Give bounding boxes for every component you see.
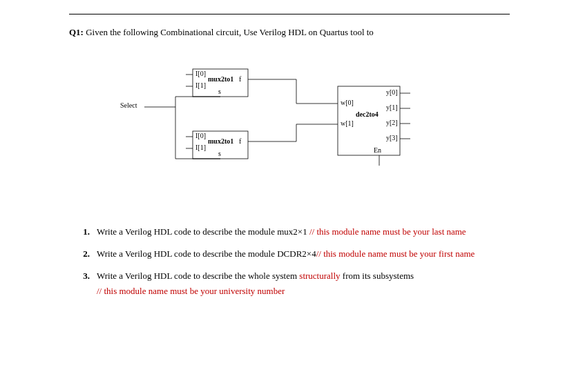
t3b: structurally	[299, 271, 340, 281]
circuit-diagram: Select I[0] I[1] mux2to1 f s I[0] I[1] m…	[117, 66, 462, 183]
mux2-f: f	[239, 137, 241, 145]
dec-y2: y[2]	[386, 119, 398, 126]
question-prompt: Q1: Given the following Combinational ci…	[69, 27, 510, 38]
list-text: Write a Verilog HDL code to describe the…	[97, 268, 510, 299]
t1a: Write a Verilog HDL code to describe the…	[97, 226, 309, 237]
list-number: 3.	[69, 268, 97, 299]
dec-y1: y[1]	[386, 104, 398, 111]
dec-y0: y[0]	[386, 88, 398, 96]
mux1-s: s	[218, 88, 221, 95]
mux1-name: mux2to1	[208, 75, 233, 83]
list-item: 2. Write a Verilog HDL code to describe …	[69, 246, 510, 262]
circuit-svg	[117, 66, 462, 183]
t2a: Write a Verilog HDL code to describe the…	[97, 248, 316, 259]
list-number: 2.	[69, 246, 97, 262]
mux2-s: s	[218, 150, 221, 157]
t3c: from its subsystems	[341, 271, 414, 281]
mux2-name: mux2to1	[208, 137, 233, 145]
page-content: Q1: Given the following Combinational ci…	[0, 0, 565, 320]
list-number: 1.	[69, 224, 97, 239]
t3d: // this module name must be your univers…	[97, 286, 285, 296]
list-text: Write a Verilog HDL code to describe the…	[97, 224, 510, 239]
mux1-i1: I[1]	[195, 81, 206, 89]
dec-w0: w[0]	[341, 99, 354, 106]
select-label: Select	[120, 101, 137, 109]
task-list: 1. Write a Verilog HDL code to describe …	[69, 224, 510, 299]
dec-w1: w[1]	[341, 119, 354, 127]
dec-name: dec2to4	[356, 110, 379, 118]
dec-y3: y[3]	[386, 134, 398, 141]
t2b: // this module name must be your first n…	[316, 248, 475, 259]
list-text: Write a Verilog HDL code to describe the…	[97, 246, 510, 262]
mux1-f: f	[239, 75, 241, 83]
mux2-i1: I[1]	[195, 144, 206, 151]
mux2-i0: I[0]	[195, 132, 206, 139]
mux1-i0: I[0]	[195, 70, 206, 77]
t1b: // this module name must be your last na…	[309, 226, 466, 237]
question-text: Given the following Combinational circui…	[86, 27, 374, 37]
dec-en: En	[374, 146, 381, 154]
list-item: 3. Write a Verilog HDL code to describe …	[69, 268, 510, 299]
list-item: 1. Write a Verilog HDL code to describe …	[69, 224, 510, 239]
t3a: Write a Verilog HDL code to describe the…	[97, 271, 299, 281]
top-rule	[69, 14, 510, 14]
question-label: Q1:	[69, 27, 84, 37]
